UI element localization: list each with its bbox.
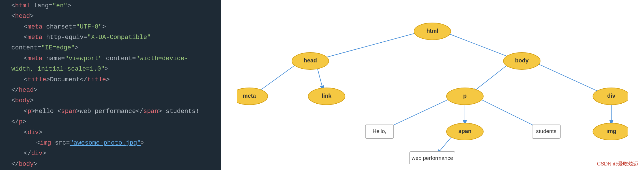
diagram-node-head: head	[292, 53, 329, 69]
code-block: <!DOCTYPE html><html lang="en"><head><me…	[11, 0, 209, 170]
svg-text:html: html	[426, 28, 438, 34]
diagram-node-html: html	[414, 23, 451, 40]
diagram-panel: htmlheadbodymetalinkpdivHello,spanstuden…	[221, 0, 644, 170]
diagram-node-hello: Hello,	[365, 125, 394, 138]
code-line: <body>	[11, 95, 209, 106]
svg-text:img: img	[606, 128, 617, 134]
code-line: <div>	[11, 127, 209, 138]
diagram-node-meta: meta	[237, 88, 268, 105]
diagram-node-p: p	[446, 88, 483, 105]
svg-text:span: span	[458, 128, 472, 134]
svg-text:Hello,: Hello,	[373, 128, 387, 134]
svg-text:body: body	[515, 57, 529, 64]
code-line: <img src="awesome-photo.jpg">	[11, 138, 209, 148]
code-line: </body>	[11, 159, 209, 169]
diagram-node-span: span	[446, 123, 483, 140]
diagram-edge	[318, 33, 417, 60]
code-line: <meta http-equiv="X-UA-Compatible" conte…	[11, 32, 209, 53]
diagram-edge	[385, 99, 451, 129]
footer-text: CSDN @爱吃炫迈	[597, 160, 638, 167]
diagram-edge	[472, 64, 509, 93]
diagram-node-img: img	[593, 123, 628, 140]
code-line: <html lang="en">	[11, 1, 209, 11]
svg-text:head: head	[304, 57, 317, 64]
svg-text:meta: meta	[243, 93, 256, 99]
diagram-node-webperf: web performance	[410, 152, 455, 164]
diagram-node-link: link	[308, 88, 345, 105]
diagram-edge	[256, 64, 297, 93]
code-line: </head>	[11, 85, 209, 95]
diagram-node-students: students	[532, 125, 561, 138]
code-line: <meta name="viewport" content="width=dev…	[11, 53, 209, 75]
svg-text:web performance: web performance	[411, 155, 453, 161]
code-panel: <!DOCTYPE html><html lang="en"><head><me…	[0, 0, 221, 170]
svg-text:div: div	[607, 93, 616, 99]
svg-text:students: students	[536, 128, 557, 134]
diagram-edge	[447, 33, 514, 59]
code-line: <title>Document</title>	[11, 75, 209, 85]
diagram-node-body: body	[503, 53, 540, 69]
svg-text:p: p	[463, 93, 467, 99]
diagram-edge	[479, 99, 541, 129]
diagram-edge	[536, 63, 604, 94]
dom-tree-diagram: htmlheadbodymetalinkpdivHello,spanstuden…	[237, 6, 628, 164]
svg-text:link: link	[322, 93, 332, 99]
code-line: <head>	[11, 11, 209, 21]
diagram-node-div: div	[593, 88, 628, 105]
diagram-edge	[317, 66, 323, 91]
code-line: <p>Hello <span>web performance</span> st…	[11, 106, 209, 127]
code-line: <meta charset="UTF-8">	[11, 22, 209, 32]
code-line: </div>	[11, 148, 209, 159]
